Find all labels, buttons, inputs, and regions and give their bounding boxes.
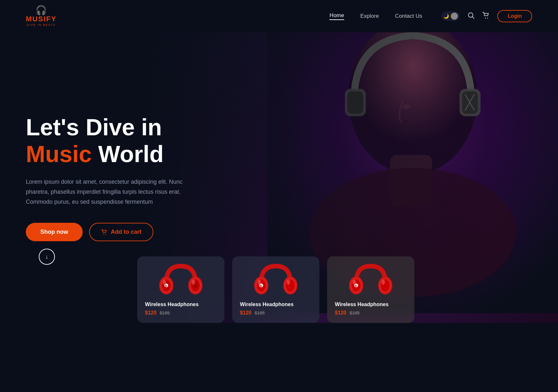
product-prices-2: $120 $185 (240, 310, 265, 316)
svg-point-35 (258, 280, 261, 285)
svg-point-27 (163, 280, 166, 285)
product-price-current-1: $120 (145, 310, 157, 316)
nav-links: Home Explore Contact Us (329, 12, 422, 20)
logo-icon: 🎧 (36, 6, 47, 15)
hero-title-line1: Let's Dive in (26, 114, 162, 140)
svg-point-3 (487, 17, 488, 18)
product-prices-1: $120 $185 (145, 310, 170, 316)
product-price-old-3: $185 (350, 310, 360, 315)
product-price-old-1: $185 (160, 310, 170, 315)
hero-description: Lorem ipsum dolor sit amet, consectetur … (26, 177, 200, 207)
navbar: 🎧 MUSIFY DIVE IN BEATS Home Explore Cont… (0, 0, 558, 32)
logo: 🎧 MUSIFY DIVE IN BEATS (26, 6, 57, 26)
svg-text:b: b (355, 284, 357, 288)
product-card-2: b Wireless Headphones $120 $185 (232, 256, 319, 323)
nav-controls: 🌙 Login (441, 10, 532, 22)
svg-text:b: b (260, 284, 262, 288)
product-price-old-2: $185 (255, 310, 265, 315)
svg-point-16 (105, 234, 106, 235)
add-to-cart-label: Add to cart (111, 229, 141, 235)
products-area: b Wireless Headphones $120 $185 (0, 243, 558, 323)
svg-line-1 (472, 16, 474, 18)
scroll-indicator: ↓ (39, 249, 55, 265)
toggle-knob (451, 13, 458, 20)
hero-title-world: World (98, 141, 164, 167)
add-to-cart-button[interactable]: Add to cart (89, 223, 153, 241)
login-button[interactable]: Login (497, 10, 532, 22)
brand-name: MUSIFY (26, 15, 57, 23)
hero-buttons: Shop now Add to cart (26, 223, 200, 241)
search-button[interactable] (468, 12, 475, 21)
cart-icon (101, 229, 108, 235)
svg-point-2 (485, 17, 486, 18)
svg-point-15 (103, 234, 104, 235)
svg-point-36 (287, 280, 290, 285)
svg-point-43 (353, 280, 356, 285)
scroll-arrow-icon: ↓ (46, 253, 48, 260)
svg-text:b: b (165, 284, 167, 288)
scroll-down-button[interactable]: ↓ (39, 249, 55, 265)
brand-tagline: DIVE IN BEATS (27, 23, 56, 26)
product-prices-3: $120 $185 (335, 310, 360, 316)
nav-contact[interactable]: Contact Us (395, 13, 422, 19)
shop-now-button[interactable]: Shop now (26, 223, 83, 241)
svg-point-44 (382, 280, 385, 285)
nav-explore[interactable]: Explore (360, 13, 379, 19)
product-price-current-2: $120 (240, 310, 252, 316)
svg-point-28 (192, 280, 195, 285)
product-name-2: Wireless Headphones (240, 302, 294, 307)
hero-title-orange: Music (26, 141, 92, 167)
headphones-image-3: b (346, 263, 395, 298)
cart-button[interactable] (482, 12, 490, 21)
product-card-3: b Wireless Headphones $120 $185 (327, 256, 414, 323)
hero-content: Let's Dive in Music World Lorem ipsum do… (0, 114, 226, 241)
product-name-1: Wireless Headphones (145, 302, 199, 307)
headphones-image-1: b (157, 263, 205, 298)
product-price-current-3: $120 (335, 310, 346, 316)
headphones-image-2: b (252, 263, 300, 298)
dark-mode-toggle[interactable]: 🌙 (441, 11, 460, 21)
nav-home[interactable]: Home (329, 12, 344, 20)
hero-section: Let's Dive in Music World Lorem ipsum do… (0, 32, 558, 323)
product-card-1: b Wireless Headphones $120 $185 (137, 256, 224, 323)
moon-icon: 🌙 (443, 14, 449, 19)
hero-title: Let's Dive in Music World (26, 114, 200, 168)
product-name-3: Wireless Headphones (335, 302, 388, 307)
